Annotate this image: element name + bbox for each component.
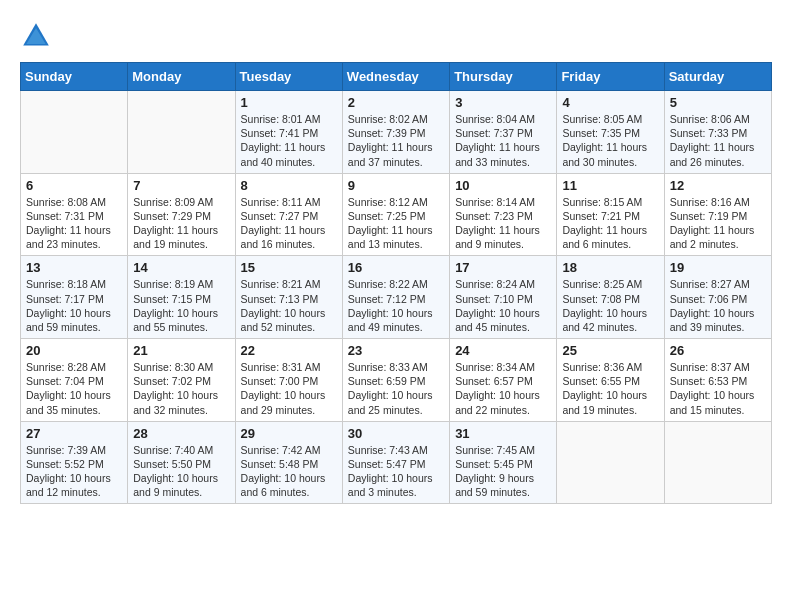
day-info: Sunrise: 8:02 AM Sunset: 7:39 PM Dayligh…	[348, 112, 444, 169]
day-number: 19	[670, 260, 766, 275]
calendar-cell: 4Sunrise: 8:05 AM Sunset: 7:35 PM Daylig…	[557, 91, 664, 174]
calendar-cell: 15Sunrise: 8:21 AM Sunset: 7:13 PM Dayli…	[235, 256, 342, 339]
day-number: 6	[26, 178, 122, 193]
day-info: Sunrise: 8:25 AM Sunset: 7:08 PM Dayligh…	[562, 277, 658, 334]
calendar-cell: 23Sunrise: 8:33 AM Sunset: 6:59 PM Dayli…	[342, 339, 449, 422]
calendar-cell: 29Sunrise: 7:42 AM Sunset: 5:48 PM Dayli…	[235, 421, 342, 504]
day-number: 2	[348, 95, 444, 110]
calendar-cell: 13Sunrise: 8:18 AM Sunset: 7:17 PM Dayli…	[21, 256, 128, 339]
calendar-cell: 9Sunrise: 8:12 AM Sunset: 7:25 PM Daylig…	[342, 173, 449, 256]
day-info: Sunrise: 8:11 AM Sunset: 7:27 PM Dayligh…	[241, 195, 337, 252]
day-number: 26	[670, 343, 766, 358]
day-info: Sunrise: 8:33 AM Sunset: 6:59 PM Dayligh…	[348, 360, 444, 417]
day-number: 24	[455, 343, 551, 358]
calendar-week-2: 6Sunrise: 8:08 AM Sunset: 7:31 PM Daylig…	[21, 173, 772, 256]
day-number: 30	[348, 426, 444, 441]
weekday-header-tuesday: Tuesday	[235, 63, 342, 91]
calendar-cell: 14Sunrise: 8:19 AM Sunset: 7:15 PM Dayli…	[128, 256, 235, 339]
day-info: Sunrise: 7:45 AM Sunset: 5:45 PM Dayligh…	[455, 443, 551, 500]
calendar-cell	[664, 421, 771, 504]
day-info: Sunrise: 8:16 AM Sunset: 7:19 PM Dayligh…	[670, 195, 766, 252]
day-info: Sunrise: 8:31 AM Sunset: 7:00 PM Dayligh…	[241, 360, 337, 417]
day-info: Sunrise: 8:12 AM Sunset: 7:25 PM Dayligh…	[348, 195, 444, 252]
day-info: Sunrise: 8:37 AM Sunset: 6:53 PM Dayligh…	[670, 360, 766, 417]
day-info: Sunrise: 8:27 AM Sunset: 7:06 PM Dayligh…	[670, 277, 766, 334]
calendar-cell: 28Sunrise: 7:40 AM Sunset: 5:50 PM Dayli…	[128, 421, 235, 504]
calendar-cell: 19Sunrise: 8:27 AM Sunset: 7:06 PM Dayli…	[664, 256, 771, 339]
day-info: Sunrise: 8:09 AM Sunset: 7:29 PM Dayligh…	[133, 195, 229, 252]
calendar-cell: 2Sunrise: 8:02 AM Sunset: 7:39 PM Daylig…	[342, 91, 449, 174]
day-number: 5	[670, 95, 766, 110]
day-number: 8	[241, 178, 337, 193]
day-info: Sunrise: 8:34 AM Sunset: 6:57 PM Dayligh…	[455, 360, 551, 417]
day-number: 14	[133, 260, 229, 275]
day-number: 13	[26, 260, 122, 275]
day-info: Sunrise: 8:01 AM Sunset: 7:41 PM Dayligh…	[241, 112, 337, 169]
logo-icon	[20, 20, 52, 52]
day-info: Sunrise: 7:40 AM Sunset: 5:50 PM Dayligh…	[133, 443, 229, 500]
day-number: 3	[455, 95, 551, 110]
calendar-body: 1Sunrise: 8:01 AM Sunset: 7:41 PM Daylig…	[21, 91, 772, 504]
day-info: Sunrise: 8:06 AM Sunset: 7:33 PM Dayligh…	[670, 112, 766, 169]
day-info: Sunrise: 8:22 AM Sunset: 7:12 PM Dayligh…	[348, 277, 444, 334]
weekday-header-friday: Friday	[557, 63, 664, 91]
calendar-cell: 5Sunrise: 8:06 AM Sunset: 7:33 PM Daylig…	[664, 91, 771, 174]
day-number: 27	[26, 426, 122, 441]
day-number: 11	[562, 178, 658, 193]
day-info: Sunrise: 8:18 AM Sunset: 7:17 PM Dayligh…	[26, 277, 122, 334]
calendar-cell	[128, 91, 235, 174]
calendar-table: SundayMondayTuesdayWednesdayThursdayFrid…	[20, 62, 772, 504]
day-info: Sunrise: 8:21 AM Sunset: 7:13 PM Dayligh…	[241, 277, 337, 334]
calendar-week-5: 27Sunrise: 7:39 AM Sunset: 5:52 PM Dayli…	[21, 421, 772, 504]
weekday-header-sunday: Sunday	[21, 63, 128, 91]
day-number: 16	[348, 260, 444, 275]
day-number: 22	[241, 343, 337, 358]
calendar-cell: 7Sunrise: 8:09 AM Sunset: 7:29 PM Daylig…	[128, 173, 235, 256]
calendar-cell: 31Sunrise: 7:45 AM Sunset: 5:45 PM Dayli…	[450, 421, 557, 504]
weekday-header-saturday: Saturday	[664, 63, 771, 91]
calendar-cell: 10Sunrise: 8:14 AM Sunset: 7:23 PM Dayli…	[450, 173, 557, 256]
day-number: 15	[241, 260, 337, 275]
calendar-cell: 11Sunrise: 8:15 AM Sunset: 7:21 PM Dayli…	[557, 173, 664, 256]
day-number: 9	[348, 178, 444, 193]
calendar-cell: 16Sunrise: 8:22 AM Sunset: 7:12 PM Dayli…	[342, 256, 449, 339]
calendar-cell: 21Sunrise: 8:30 AM Sunset: 7:02 PM Dayli…	[128, 339, 235, 422]
calendar-cell: 8Sunrise: 8:11 AM Sunset: 7:27 PM Daylig…	[235, 173, 342, 256]
day-info: Sunrise: 7:39 AM Sunset: 5:52 PM Dayligh…	[26, 443, 122, 500]
calendar-cell	[557, 421, 664, 504]
calendar-header: SundayMondayTuesdayWednesdayThursdayFrid…	[21, 63, 772, 91]
calendar-cell: 27Sunrise: 7:39 AM Sunset: 5:52 PM Dayli…	[21, 421, 128, 504]
calendar-cell: 20Sunrise: 8:28 AM Sunset: 7:04 PM Dayli…	[21, 339, 128, 422]
day-info: Sunrise: 8:04 AM Sunset: 7:37 PM Dayligh…	[455, 112, 551, 169]
day-info: Sunrise: 8:08 AM Sunset: 7:31 PM Dayligh…	[26, 195, 122, 252]
day-number: 25	[562, 343, 658, 358]
calendar-cell: 18Sunrise: 8:25 AM Sunset: 7:08 PM Dayli…	[557, 256, 664, 339]
day-number: 17	[455, 260, 551, 275]
calendar-cell: 22Sunrise: 8:31 AM Sunset: 7:00 PM Dayli…	[235, 339, 342, 422]
calendar-cell: 25Sunrise: 8:36 AM Sunset: 6:55 PM Dayli…	[557, 339, 664, 422]
day-number: 10	[455, 178, 551, 193]
day-info: Sunrise: 8:28 AM Sunset: 7:04 PM Dayligh…	[26, 360, 122, 417]
day-info: Sunrise: 8:05 AM Sunset: 7:35 PM Dayligh…	[562, 112, 658, 169]
day-info: Sunrise: 8:14 AM Sunset: 7:23 PM Dayligh…	[455, 195, 551, 252]
calendar-week-3: 13Sunrise: 8:18 AM Sunset: 7:17 PM Dayli…	[21, 256, 772, 339]
weekday-header-monday: Monday	[128, 63, 235, 91]
logo	[20, 20, 58, 52]
day-info: Sunrise: 7:43 AM Sunset: 5:47 PM Dayligh…	[348, 443, 444, 500]
day-number: 18	[562, 260, 658, 275]
calendar-cell: 3Sunrise: 8:04 AM Sunset: 7:37 PM Daylig…	[450, 91, 557, 174]
day-number: 21	[133, 343, 229, 358]
calendar-week-4: 20Sunrise: 8:28 AM Sunset: 7:04 PM Dayli…	[21, 339, 772, 422]
calendar-cell: 1Sunrise: 8:01 AM Sunset: 7:41 PM Daylig…	[235, 91, 342, 174]
day-info: Sunrise: 8:24 AM Sunset: 7:10 PM Dayligh…	[455, 277, 551, 334]
page-header	[20, 20, 772, 52]
calendar-cell: 12Sunrise: 8:16 AM Sunset: 7:19 PM Dayli…	[664, 173, 771, 256]
weekday-header-thursday: Thursday	[450, 63, 557, 91]
calendar-cell: 30Sunrise: 7:43 AM Sunset: 5:47 PM Dayli…	[342, 421, 449, 504]
day-number: 7	[133, 178, 229, 193]
calendar-cell	[21, 91, 128, 174]
day-info: Sunrise: 8:15 AM Sunset: 7:21 PM Dayligh…	[562, 195, 658, 252]
day-number: 1	[241, 95, 337, 110]
day-info: Sunrise: 8:19 AM Sunset: 7:15 PM Dayligh…	[133, 277, 229, 334]
day-info: Sunrise: 7:42 AM Sunset: 5:48 PM Dayligh…	[241, 443, 337, 500]
